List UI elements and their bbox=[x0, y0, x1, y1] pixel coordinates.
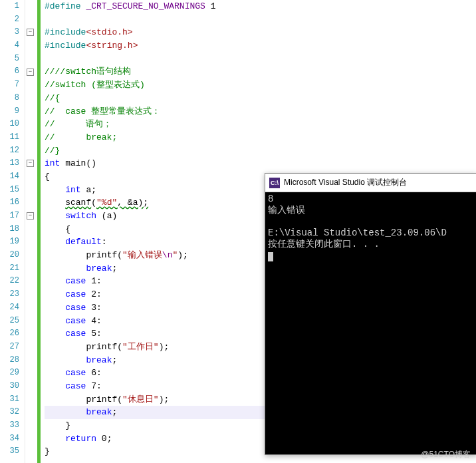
line-number: 1 bbox=[0, 0, 19, 13]
line-number: 29 bbox=[0, 367, 19, 380]
fold-toggle[interactable]: − bbox=[27, 29, 34, 36]
line-number: 26 bbox=[0, 327, 19, 341]
line-number: 5 bbox=[0, 53, 19, 66]
line-number: 32 bbox=[0, 406, 19, 419]
console-line: 按任意键关闭此窗口. . . bbox=[268, 239, 380, 249]
line-number: 8 bbox=[0, 92, 19, 105]
console-app-icon: C:\ bbox=[269, 178, 280, 188]
code-line[interactable]: // 语句； bbox=[45, 118, 476, 131]
code-line[interactable]: #define _CRT_SECURE_NO_WARNINGS 1 bbox=[45, 0, 476, 13]
console-output[interactable]: 8 输入错误 E:\Visual Studio\test_23.09.06\D … bbox=[265, 192, 476, 263]
line-number: 11 bbox=[0, 131, 19, 144]
line-number: 13 bbox=[0, 157, 19, 170]
debug-console-window[interactable]: C:\ Microsoft Visual Studio 调试控制台 8 输入错误… bbox=[265, 173, 476, 455]
line-number: 20 bbox=[0, 249, 19, 262]
line-number: 28 bbox=[0, 354, 19, 367]
line-number: 22 bbox=[0, 275, 19, 288]
line-number: 14 bbox=[0, 170, 19, 184]
line-number: 33 bbox=[0, 419, 19, 432]
line-number: 21 bbox=[0, 262, 19, 275]
code-line[interactable]: ////switch语句结构 bbox=[45, 65, 476, 78]
code-line[interactable] bbox=[45, 13, 476, 27]
code-line[interactable]: // case 整型常量表达式： bbox=[45, 105, 476, 118]
line-number: 31 bbox=[0, 393, 19, 406]
watermark: @51CTO博客 bbox=[421, 449, 471, 460]
line-number: 9 bbox=[0, 105, 19, 118]
line-number: 24 bbox=[0, 301, 19, 315]
fold-column: −−−− bbox=[25, 0, 37, 463]
line-number: 7 bbox=[0, 78, 19, 92]
line-number: 10 bbox=[0, 118, 19, 131]
line-number: 4 bbox=[0, 39, 19, 53]
code-line[interactable]: // break; bbox=[45, 131, 476, 144]
console-title-text: Microsoft Visual Studio 调试控制台 bbox=[284, 177, 407, 188]
line-number: 6 bbox=[0, 65, 19, 78]
console-line: 输入错误 bbox=[268, 205, 305, 216]
code-line[interactable] bbox=[45, 53, 476, 66]
fold-toggle[interactable]: − bbox=[27, 160, 34, 167]
console-titlebar[interactable]: C:\ Microsoft Visual Studio 调试控制台 bbox=[265, 174, 476, 192]
line-number: 15 bbox=[0, 184, 19, 197]
line-number: 17 bbox=[0, 210, 19, 223]
line-number: 3 bbox=[0, 26, 19, 39]
line-number: 34 bbox=[0, 432, 19, 446]
console-line: E:\Visual Studio\test_23.09.06\D bbox=[268, 228, 447, 238]
line-number: 12 bbox=[0, 144, 19, 158]
line-number: 30 bbox=[0, 380, 19, 393]
code-line[interactable]: //{ bbox=[45, 92, 476, 105]
code-line[interactable]: //} bbox=[45, 144, 476, 158]
line-number: 19 bbox=[0, 235, 19, 249]
code-line[interactable]: int main() bbox=[45, 157, 476, 170]
code-line[interactable]: //switch (整型表达式) bbox=[45, 78, 476, 92]
line-number: 2 bbox=[0, 13, 19, 27]
line-number-gutter: 1234567891011121314151617181920212223242… bbox=[0, 0, 25, 463]
fold-toggle[interactable]: − bbox=[27, 69, 34, 76]
line-number: 16 bbox=[0, 196, 19, 210]
line-number: 35 bbox=[0, 445, 19, 458]
fold-toggle[interactable]: − bbox=[27, 212, 34, 220]
line-number: 23 bbox=[0, 288, 19, 301]
code-line[interactable]: #include<string.h> bbox=[45, 39, 476, 53]
line-number: 18 bbox=[0, 223, 19, 236]
line-number: 27 bbox=[0, 341, 19, 354]
code-line[interactable]: #include<stdio.h> bbox=[45, 26, 476, 39]
console-line: 8 bbox=[268, 194, 273, 204]
console-cursor bbox=[268, 252, 273, 261]
line-number: 25 bbox=[0, 315, 19, 328]
